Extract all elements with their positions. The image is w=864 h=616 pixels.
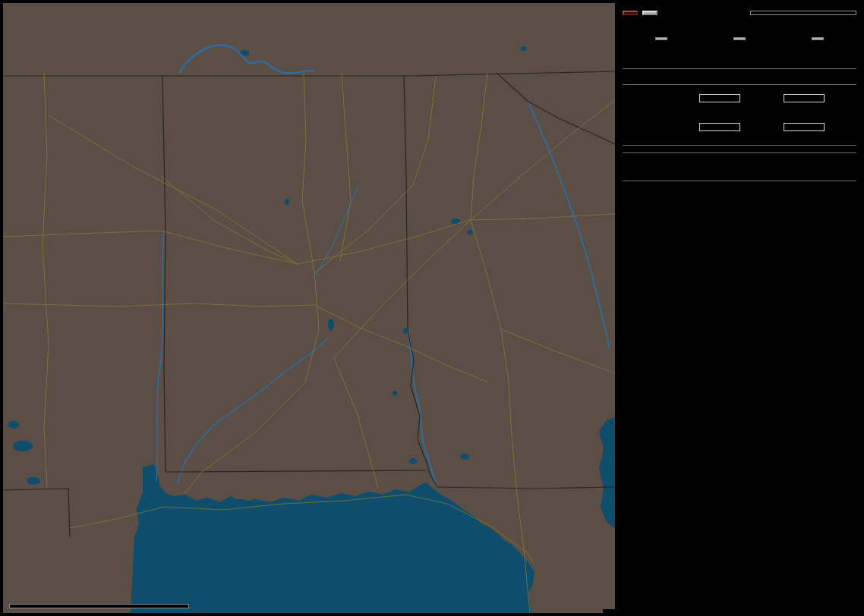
ic-positive-bar bbox=[699, 123, 740, 131]
rate-indicators bbox=[623, 32, 856, 46]
nexstorm-window bbox=[0, 0, 864, 616]
strike-legend bbox=[9, 604, 189, 608]
totals bbox=[623, 57, 856, 61]
cg-positive-bar bbox=[699, 94, 740, 102]
session-stats bbox=[623, 188, 856, 196]
noise-mode-button[interactable] bbox=[642, 11, 657, 15]
lightning-map[interactable] bbox=[3, 3, 615, 613]
trend-graph bbox=[623, 212, 856, 408]
copyright-text bbox=[603, 609, 615, 613]
bearing-display bbox=[750, 11, 856, 15]
section-divider bbox=[623, 68, 856, 69]
noises-per-min-label bbox=[812, 37, 824, 40]
cloud-ground-row bbox=[623, 94, 856, 102]
receiver-status bbox=[623, 160, 856, 174]
control-panel bbox=[618, 3, 861, 613]
distribution-title bbox=[623, 81, 856, 85]
map-geography bbox=[3, 3, 615, 613]
intracloud-row bbox=[623, 123, 856, 131]
cg-negative-bar bbox=[784, 94, 825, 102]
section-divider bbox=[623, 145, 856, 146]
strike-mode-button[interactable] bbox=[623, 11, 638, 15]
ic-negative-bar bbox=[784, 123, 825, 131]
close-per-min-label bbox=[733, 37, 746, 40]
section-divider bbox=[623, 181, 856, 181]
strikes-per-min-label bbox=[655, 37, 667, 40]
section-divider bbox=[623, 152, 856, 153]
